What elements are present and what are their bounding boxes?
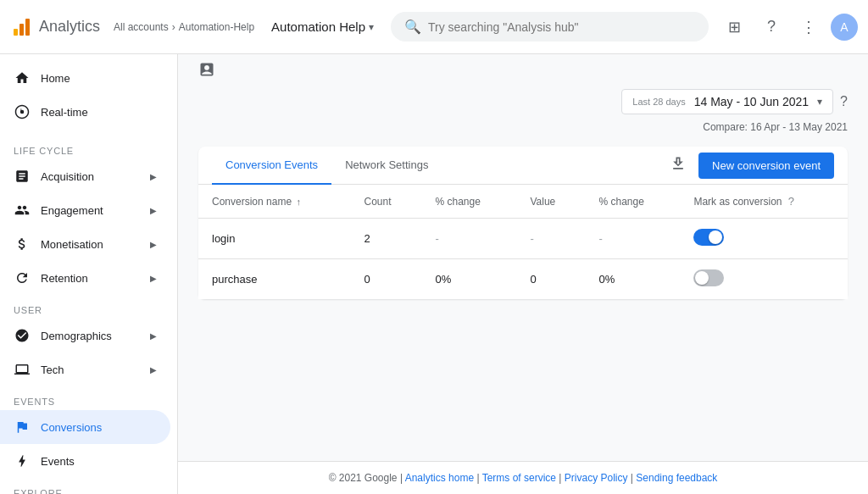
- cell-name-login: login: [198, 219, 351, 259]
- footer-link-privacy[interactable]: Privacy Policy: [565, 472, 628, 484]
- sidebar-item-home[interactable]: Home: [0, 61, 170, 95]
- svg-rect-2: [25, 19, 30, 36]
- realtime-icon: [14, 103, 31, 120]
- cell-count-change-login: -: [421, 219, 516, 259]
- tab-conversion-events[interactable]: Conversion Events: [212, 147, 331, 185]
- footer-link-feedback[interactable]: Sending feedback: [636, 472, 717, 484]
- section-user-label: User: [0, 295, 177, 319]
- tabs-panel: Conversion Events Network Settings New c…: [198, 147, 848, 299]
- content-area: Last 28 days 14 May - 10 Jun 2021 ▾ ? Co…: [178, 54, 868, 494]
- sidebar-item-realtime-label: Real-time: [41, 106, 88, 119]
- date-range-text: 14 May - 10 Jun 2021: [694, 95, 809, 108]
- section-lifecycle-label: Life Cycle: [0, 136, 177, 159]
- events-icon: [14, 452, 31, 469]
- breadcrumb-all-accounts[interactable]: All accounts: [114, 21, 169, 33]
- help-button[interactable]: ?: [756, 12, 787, 42]
- sidebar-item-conversions-label: Conversions: [41, 421, 102, 434]
- sidebar-item-retention-label: Retention: [41, 272, 88, 285]
- analytics-logo-icon: [10, 15, 34, 39]
- date-range-selector[interactable]: Last 28 days 14 May - 10 Jun 2021 ▾: [621, 89, 833, 114]
- toggle-login[interactable]: [693, 229, 724, 246]
- retention-expand-icon: ▶: [150, 274, 157, 283]
- breadcrumb-property[interactable]: Automation-Help: [179, 21, 254, 33]
- col-value: Value: [516, 185, 585, 219]
- sidebar-item-realtime[interactable]: Real-time: [0, 95, 170, 129]
- footer: © 2021 Google | Analytics home | Terms o…: [178, 461, 868, 494]
- property-selector[interactable]: Automation Help ▾: [264, 16, 381, 37]
- sidebar-item-retention[interactable]: Retention ▶: [0, 261, 170, 295]
- footer-link-terms[interactable]: Terms of service: [482, 472, 556, 484]
- property-dropdown-icon: ▾: [369, 21, 374, 33]
- sidebar: Home Real-time Life Cycle Acquisition ▶ …: [0, 54, 178, 494]
- section-explore-label: Explore: [0, 478, 177, 494]
- cell-value-purchase: 0: [516, 259, 585, 300]
- sidebar-item-tech-label: Tech: [41, 364, 64, 376]
- tabs-actions: New conversion event: [665, 152, 834, 179]
- sort-icon[interactable]: ↑: [296, 197, 301, 207]
- conversion-table: Conversion name ↑ Count % change Value %…: [198, 185, 848, 299]
- table-row: login 2 - - -: [198, 219, 848, 259]
- tech-icon: [14, 361, 31, 378]
- demographics-expand-icon: ▶: [150, 331, 157, 341]
- days-label: Last 28 days: [632, 97, 685, 107]
- search-input[interactable]: [428, 20, 695, 34]
- tech-expand-icon: ▶: [150, 365, 157, 375]
- sidebar-item-conversions[interactable]: Conversions: [0, 410, 170, 444]
- home-icon: [14, 69, 31, 86]
- sidebar-item-engagement[interactable]: Engagement ▶: [0, 193, 170, 227]
- breadcrumb: All accounts › Automation-Help: [114, 21, 254, 33]
- engagement-icon: [14, 202, 31, 219]
- sidebar-item-demographics[interactable]: Demographics ▶: [0, 319, 170, 352]
- table-row: purchase 0 0% 0 0%: [198, 259, 848, 300]
- footer-copyright: © 2021 Google: [329, 472, 398, 484]
- logo[interactable]: Analytics: [10, 15, 103, 39]
- apps-button[interactable]: ⊞: [719, 12, 749, 42]
- svg-rect-1: [19, 24, 24, 36]
- conversions-icon: [14, 419, 31, 436]
- col-count-change: % change: [421, 185, 516, 219]
- sidebar-item-acquisition[interactable]: Acquisition ▶: [0, 159, 170, 193]
- mark-as-conversion-help-icon[interactable]: ?: [788, 195, 794, 208]
- property-name: Automation Help: [271, 19, 365, 34]
- avatar[interactable]: A: [831, 14, 858, 41]
- footer-link-analytics-home[interactable]: Analytics home: [405, 472, 474, 484]
- demographics-icon: [14, 327, 31, 344]
- download-icon: [670, 155, 687, 176]
- cell-value-login: -: [516, 219, 585, 259]
- download-button[interactable]: [665, 152, 692, 179]
- cell-count-purchase: 0: [351, 259, 422, 300]
- cell-toggle-purchase: [680, 259, 848, 300]
- search-icon: 🔍: [404, 19, 421, 35]
- more-options-button[interactable]: ⋮: [793, 12, 824, 42]
- search-bar: 🔍: [391, 12, 709, 42]
- date-bar: Last 28 days 14 May - 10 Jun 2021 ▾ ?: [178, 82, 868, 121]
- tabs-header: Conversion Events Network Settings New c…: [198, 147, 848, 185]
- cell-count-change-purchase: 0%: [421, 259, 516, 300]
- retention-icon: [14, 269, 31, 286]
- cell-toggle-login: [680, 219, 848, 259]
- sidebar-item-engagement-label: Engagement: [41, 204, 103, 217]
- col-conversion-name: Conversion name ↑: [198, 185, 351, 219]
- sidebar-item-events[interactable]: Events: [0, 444, 170, 478]
- section-events-label: Events: [0, 386, 177, 410]
- compare-text: Compare: 16 Apr - 13 May 2021: [178, 121, 868, 140]
- page-header: [178, 54, 868, 82]
- svg-rect-0: [14, 29, 18, 36]
- sidebar-item-tech[interactable]: Tech ▶: [0, 352, 170, 386]
- analytics-logo-text: Analytics: [39, 18, 100, 36]
- acquisition-icon: [14, 168, 31, 185]
- new-conversion-button[interactable]: New conversion event: [698, 153, 834, 179]
- acquisition-expand-icon: ▶: [150, 172, 157, 181]
- sidebar-item-monetisation[interactable]: Monetisation ▶: [0, 227, 170, 261]
- sidebar-item-events-label: Events: [41, 455, 75, 468]
- help-icon: ?: [767, 18, 776, 36]
- cell-value-change-purchase: 0%: [585, 259, 680, 300]
- nav-icons: ⊞ ? ⋮ A: [719, 12, 858, 42]
- col-value-change: % change: [585, 185, 680, 219]
- toggle-purchase[interactable]: [693, 269, 724, 286]
- col-count: Count: [351, 185, 422, 219]
- date-help-icon[interactable]: ?: [840, 94, 848, 109]
- tab-network-settings[interactable]: Network Settings: [331, 147, 442, 185]
- breadcrumb-separator: ›: [172, 21, 175, 33]
- col-mark-as-conversion: Mark as conversion ?: [680, 185, 848, 219]
